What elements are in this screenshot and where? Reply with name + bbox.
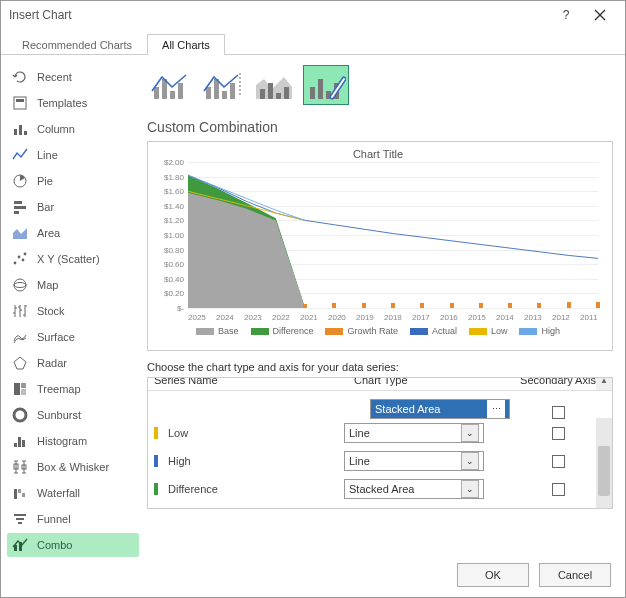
series-col-type: Chart Type: [344, 377, 510, 386]
scrollbar[interactable]: [596, 418, 612, 508]
svg-rect-0: [14, 97, 26, 109]
sunburst-icon: [11, 406, 29, 424]
svg-rect-30: [18, 522, 22, 524]
sidebar-item-recent[interactable]: Recent: [7, 65, 139, 89]
sidebar-item-pie[interactable]: Pie: [7, 169, 139, 193]
svg-rect-17: [21, 383, 26, 388]
select-value: Stacked Area: [375, 403, 440, 415]
combo-subtype-1[interactable]: [147, 65, 193, 105]
x-tick-label: 2016: [440, 313, 458, 322]
series-type-select[interactable]: Line⌄: [344, 423, 484, 443]
treemap-icon: [11, 380, 29, 398]
svg-rect-44: [284, 87, 289, 99]
svg-rect-7: [14, 206, 26, 209]
chart-legend: BaseDifferenceGrowth RateActualLowHigh: [154, 326, 602, 336]
sidebar-item-stock[interactable]: Stock: [7, 299, 139, 323]
tab-recommended[interactable]: Recommended Charts: [7, 34, 147, 55]
ok-button[interactable]: OK: [457, 563, 529, 587]
cancel-button[interactable]: Cancel: [539, 563, 611, 587]
radar-icon: [11, 354, 29, 372]
chevron-down-icon: ⋯: [487, 400, 505, 418]
svg-rect-22: [22, 440, 25, 447]
sidebar-item-label: Bar: [37, 201, 54, 213]
chevron-down-icon: ⌄: [461, 480, 479, 498]
chart-preview[interactable]: Chart Title $2.00$1.80$1.60$1.40$1.20$1.…: [147, 141, 613, 351]
sidebar-item-label: Pie: [37, 175, 53, 187]
secondary-axis-checkbox[interactable]: [552, 483, 565, 496]
select-value: Line: [349, 427, 370, 439]
svg-rect-25: [14, 489, 17, 499]
sidebar-item-line[interactable]: Line: [7, 143, 139, 167]
secondary-axis-checkbox[interactable]: [552, 455, 565, 468]
sidebar-item-boxwhisker[interactable]: Box & Whisker: [7, 455, 139, 479]
combo-subtype-custom[interactable]: [303, 65, 349, 105]
svg-rect-16: [14, 383, 20, 395]
svg-point-9: [14, 262, 17, 265]
x-tick-label: 2014: [496, 313, 514, 322]
sidebar-item-surface[interactable]: Surface: [7, 325, 139, 349]
secondary-axis-checkbox[interactable]: [552, 406, 565, 419]
sidebar-item-label: Funnel: [37, 513, 71, 525]
area-icon: [11, 224, 29, 242]
combo-subtype-3[interactable]: [251, 65, 297, 105]
svg-rect-40: [230, 83, 235, 99]
sidebar-item-label: Surface: [37, 331, 75, 343]
combo-subtype-2[interactable]: [199, 65, 245, 105]
sidebar-item-funnel[interactable]: Funnel: [7, 507, 139, 531]
sidebar-item-histogram[interactable]: Histogram: [7, 429, 139, 453]
legend-item: Low: [469, 326, 508, 336]
sidebar-item-radar[interactable]: Radar: [7, 351, 139, 375]
sidebar-item-column[interactable]: Column: [7, 117, 139, 141]
svg-point-10: [18, 256, 21, 259]
series-type-select-partial[interactable]: Stacked Area ⋯: [370, 399, 510, 419]
svg-rect-36: [178, 83, 183, 99]
tab-all-charts[interactable]: All Charts: [147, 34, 225, 55]
scrollbar-handle[interactable]: [598, 446, 610, 496]
svg-rect-35: [170, 91, 175, 99]
y-tick-label: $0.60: [154, 260, 184, 269]
chart-title: Chart Title: [154, 148, 602, 160]
sidebar-item-label: X Y (Scatter): [37, 253, 100, 265]
sidebar-item-label: Area: [37, 227, 60, 239]
map-icon: [11, 276, 29, 294]
x-tick-label: 2018: [384, 313, 402, 322]
sidebar-item-waterfall[interactable]: Waterfall: [7, 481, 139, 505]
dialog-title: Insert Chart: [9, 8, 549, 22]
sidebar-item-templates[interactable]: Templates: [7, 91, 139, 115]
legend-item: Base: [196, 326, 239, 336]
sidebar-item-treemap[interactable]: Treemap: [7, 377, 139, 401]
svg-rect-46: [318, 79, 323, 99]
legend-item: Actual: [410, 326, 457, 336]
close-button[interactable]: [583, 3, 617, 27]
svg-marker-15: [14, 357, 26, 369]
column-icon: [11, 120, 29, 138]
series-type-select[interactable]: Line⌄: [344, 451, 484, 471]
box-whisker-icon: [11, 458, 29, 476]
series-table: Series Name Chart Type Secondary Axis ▲ …: [147, 377, 613, 509]
sidebar-item-area[interactable]: Area: [7, 221, 139, 245]
sidebar-item-scatter[interactable]: X Y (Scatter): [7, 247, 139, 271]
svg-rect-18: [21, 389, 26, 395]
secondary-axis-checkbox[interactable]: [552, 427, 565, 440]
y-tick-label: $0.80: [154, 245, 184, 254]
bar-icon: [11, 198, 29, 216]
series-type-select[interactable]: Stacked Area⌄: [344, 479, 484, 499]
help-button[interactable]: ?: [549, 3, 583, 27]
svg-point-11: [22, 259, 25, 262]
x-tick-label: 2013: [524, 313, 542, 322]
series-name: Difference: [168, 483, 344, 495]
y-tick-label: $0.40: [154, 274, 184, 283]
x-tick-label: 2019: [356, 313, 374, 322]
scroll-up-icon[interactable]: ▲: [596, 377, 612, 390]
select-value: Line: [349, 455, 370, 467]
sidebar-item-sunburst[interactable]: Sunburst: [7, 403, 139, 427]
pie-icon: [11, 172, 29, 190]
select-value: Stacked Area: [349, 483, 414, 495]
x-tick-label: 2020: [328, 313, 346, 322]
sidebar-item-label: Column: [37, 123, 75, 135]
sidebar-item-map[interactable]: Map: [7, 273, 139, 297]
legend-item: Growth Rate: [325, 326, 398, 336]
sidebar-item-label: Stock: [37, 305, 65, 317]
sidebar-item-bar[interactable]: Bar: [7, 195, 139, 219]
chevron-down-icon: ⌄: [461, 452, 479, 470]
